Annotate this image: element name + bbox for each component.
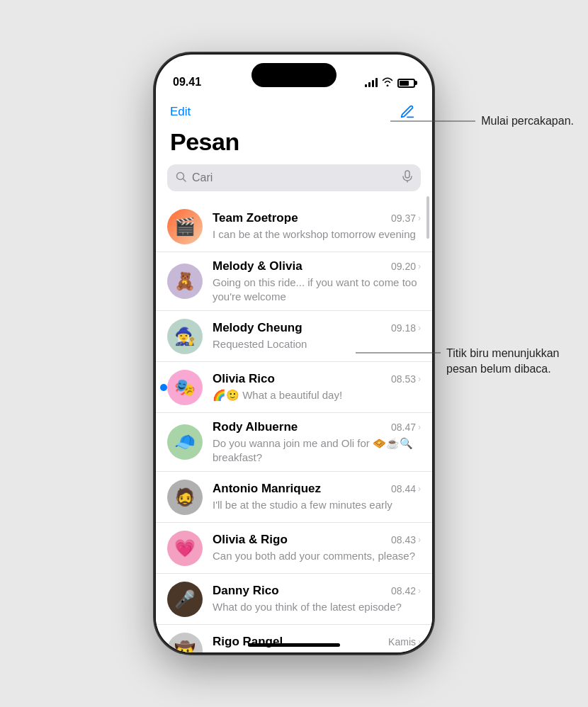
- home-indicator: [248, 643, 340, 647]
- conv-time: 08.47›: [391, 422, 421, 433]
- conv-info: Rody Albuerne08.47›Do you wanna join me …: [213, 420, 421, 464]
- search-input[interactable]: [192, 171, 397, 184]
- avatar: 🧸: [167, 264, 203, 299]
- search-bar[interactable]: [167, 164, 421, 191]
- annotation-unread: Titik biru menunjukkan pesan belum dibac…: [356, 346, 574, 378]
- svg-line-1: [183, 179, 186, 182]
- conversation-item[interactable]: 🧢Rody Albuerne08.47›Do you wanna join me…: [156, 413, 432, 472]
- conversation-item[interactable]: 🤠Rigo RangelKamis›August 31, 2019 - Augu…: [156, 625, 432, 652]
- avatar: 💗: [167, 531, 203, 566]
- conv-info: Olivia & Rigo08.43›Can you both add your…: [213, 533, 421, 563]
- conv-name: Rigo Rangel: [213, 635, 283, 649]
- avatar: 🎬: [167, 209, 203, 244]
- conv-name: Rody Albuerne: [213, 420, 298, 434]
- conv-time: 08.42›: [391, 585, 421, 596]
- unread-dot: [160, 384, 167, 391]
- search-icon: [176, 171, 186, 184]
- conv-name: Melody & Olivia: [213, 259, 303, 273]
- chevron-right-icon: ›: [418, 323, 421, 333]
- signal-icon: [365, 79, 378, 87]
- avatar: 🧔: [167, 480, 203, 515]
- conv-preview: What do you think of the latest episode?: [213, 600, 421, 614]
- conv-time: 09.37›: [391, 213, 421, 224]
- conversation-item[interactable]: 🎬Team Zoetrope09.37›I can be at the work…: [156, 201, 432, 252]
- conv-preview: Can you both add your comments, please?: [213, 549, 421, 563]
- battery-icon: [397, 79, 415, 88]
- avatar: 🎭: [167, 370, 203, 405]
- conv-preview: Do you wanna join me and Oli for 🧇☕🔍 bre…: [213, 436, 421, 464]
- conv-preview: Going on this ride... if you want to com…: [213, 276, 421, 303]
- avatar: 🧙‍♀️: [167, 319, 203, 354]
- dynamic-island: [251, 63, 337, 87]
- conv-name: Melody Cheung: [213, 321, 303, 335]
- conv-preview: I'll be at the studio a few minutes earl…: [213, 498, 421, 512]
- conv-info: Team Zoetrope09.37›I can be at the works…: [213, 211, 421, 242]
- avatar: 🎤: [167, 582, 203, 617]
- chevron-right-icon: ›: [418, 484, 421, 494]
- mic-icon: [402, 170, 412, 186]
- chevron-right-icon: ›: [418, 261, 421, 271]
- annotation-unread-text: Titik biru menunjukkan pesan belum dibac…: [446, 346, 574, 378]
- conv-time: Kamis›: [388, 636, 421, 647]
- conv-name: Danny Rico: [213, 584, 279, 598]
- conv-info: Melody & Olivia09.20›Going on this ride.…: [213, 259, 421, 303]
- conversation-item[interactable]: 🧸Melody & Olivia09.20›Going on this ride…: [156, 252, 432, 311]
- conversation-item[interactable]: 🎤Danny Rico08.42›What do you think of th…: [156, 574, 432, 625]
- conv-preview: 🌈🙂 What a beautiful day!: [213, 388, 421, 402]
- chevron-right-icon: ›: [418, 637, 421, 647]
- chevron-right-icon: ›: [418, 422, 421, 432]
- conv-info: Danny Rico08.42›What do you think of the…: [213, 584, 421, 614]
- conversation-list: 🎬Team Zoetrope09.37›I can be at the work…: [156, 201, 432, 652]
- conv-time: 09.20›: [391, 261, 421, 272]
- scene: 09.41: [0, 0, 588, 707]
- conv-time: 09.18›: [391, 322, 421, 334]
- conversation-item[interactable]: 🧔Antonio Manriquez08.44›I'll be at the s…: [156, 472, 432, 523]
- status-icons: [365, 77, 415, 90]
- wifi-icon: [382, 77, 393, 89]
- chevron-right-icon: ›: [418, 586, 421, 596]
- chevron-right-icon: ›: [418, 535, 421, 545]
- avatar: 🤠: [167, 633, 203, 653]
- scroll-indicator: [426, 196, 429, 239]
- page-title: Pesan: [156, 127, 432, 164]
- edit-button[interactable]: Edit: [170, 105, 191, 119]
- conv-time: 08.44›: [391, 483, 421, 494]
- conv-name: Team Zoetrope: [213, 211, 298, 225]
- conv-name: Antonio Manriquez: [213, 482, 321, 496]
- avatar: 🧢: [167, 424, 203, 460]
- annotation-compose: Mulai percakapan.: [390, 115, 574, 128]
- svg-rect-2: [405, 171, 409, 178]
- annotation-compose-text: Mulai percakapan.: [481, 115, 574, 128]
- status-time: 09.41: [173, 76, 201, 90]
- conv-info: Antonio Manriquez08.44›I'll be at the st…: [213, 482, 421, 512]
- conv-preview: August 31, 2019 - August 29, 2022: [213, 651, 421, 652]
- conv-name: Olivia Rico: [213, 372, 275, 386]
- conv-time: 08.43›: [391, 534, 421, 545]
- conversation-item[interactable]: 💗Olivia & Rigo08.43›Can you both add you…: [156, 523, 432, 574]
- chevron-right-icon: ›: [418, 213, 421, 223]
- conv-preview: I can be at the workshop tomorrow evenin…: [213, 227, 421, 242]
- conv-name: Olivia & Rigo: [213, 533, 288, 547]
